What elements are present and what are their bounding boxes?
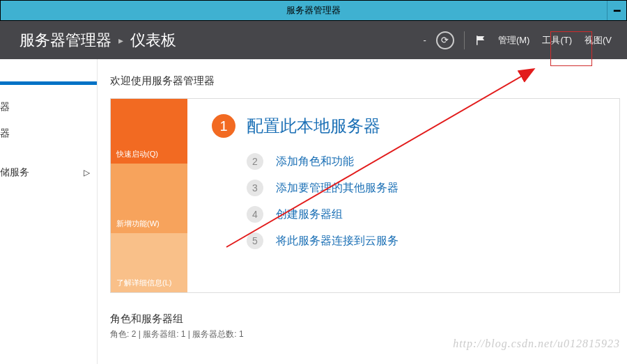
tab-quickstart[interactable]: 快速启动(Q) xyxy=(111,99,187,164)
step-label: 将此服务器连接到云服务 xyxy=(276,234,398,248)
refresh-button[interactable]: ⟳ xyxy=(436,31,454,49)
sidebar-item[interactable]: 器 xyxy=(0,120,97,147)
tab-label: 新增功能(W) xyxy=(116,219,160,229)
chevron-right-icon: ▷ xyxy=(84,168,90,177)
header-controls: - ⟳ 管理(M) 工具(T) 视图(V xyxy=(424,31,613,49)
sidebar-item-label: 器 xyxy=(0,101,10,113)
section-title: 角色和服务器组 xyxy=(110,312,620,326)
dash-separator: - xyxy=(424,35,426,45)
window-titlebar: 服务器管理器 ━ xyxy=(0,0,627,21)
minimize-button[interactable]: ━ xyxy=(607,1,626,20)
menu-tools[interactable]: 工具(T) xyxy=(541,31,573,49)
step-create-group[interactable]: 4 创建服务器组 xyxy=(247,206,598,223)
menu-manage[interactable]: 管理(M) xyxy=(497,31,532,49)
tab-label: 了解详细信息(L) xyxy=(116,278,171,288)
menu-view[interactable]: 视图(V xyxy=(583,31,613,49)
tab-label: 快速启动(Q) xyxy=(116,149,158,159)
tab-whatsnew[interactable]: 新增功能(W) xyxy=(111,164,187,234)
main-content: 欢迎使用服务器管理器 快速启动(Q) 新增功能(W) 了解详细信息(L) 1 配… xyxy=(98,59,627,364)
step-number-badge: 2 xyxy=(247,153,263,170)
step-add-servers[interactable]: 3 添加要管理的其他服务器 xyxy=(247,180,598,196)
separator xyxy=(464,31,465,49)
tab-learnmore[interactable]: 了解详细信息(L) xyxy=(111,233,187,292)
window-title: 服务器管理器 xyxy=(286,4,341,17)
step-label: 添加要管理的其他服务器 xyxy=(276,181,398,196)
step-label: 添加角色和功能 xyxy=(276,155,354,169)
step-label: 配置此本地服务器 xyxy=(247,115,380,137)
sidebar-item-storage[interactable]: 储服务 ▷ xyxy=(0,159,97,186)
app-header: 服务器管理器 ▸ 仪表板 - ⟳ 管理(M) 工具(T) 视图(V xyxy=(0,21,627,59)
step-connect-cloud[interactable]: 5 将此服务器连接到云服务 xyxy=(247,232,598,249)
breadcrumb: 服务器管理器 ▸ 仪表板 xyxy=(20,30,176,51)
breadcrumb-current: 仪表板 xyxy=(130,30,176,51)
step-number-badge: 4 xyxy=(247,206,263,223)
flag-icon xyxy=(474,34,487,47)
step-number-badge: 5 xyxy=(247,232,263,249)
welcome-heading: 欢迎使用服务器管理器 xyxy=(110,74,620,88)
section-subtitle: 角色: 2 | 服务器组: 1 | 服务器总数: 1 xyxy=(110,329,620,340)
notifications-button[interactable] xyxy=(474,34,487,47)
quickstart-tile: 快速启动(Q) 新增功能(W) 了解详细信息(L) 1 配置此本地服务器 2 添… xyxy=(110,98,620,293)
step-add-roles[interactable]: 2 添加角色和功能 xyxy=(247,153,598,170)
sidebar: 器 器 储服务 ▷ xyxy=(0,59,98,364)
breadcrumb-root[interactable]: 服务器管理器 xyxy=(20,30,111,51)
roles-groups-section: 角色和服务器组 角色: 2 | 服务器组: 1 | 服务器总数: 1 xyxy=(110,312,620,340)
quickstart-steps: 1 配置此本地服务器 2 添加角色和功能 3 添加要管理的其他服务器 4 创建服… xyxy=(187,99,619,292)
sidebar-item-label: 储服务 xyxy=(0,166,29,179)
chevron-right-icon: ▸ xyxy=(118,35,123,46)
step-number-badge: 3 xyxy=(247,180,263,196)
sidebar-selection-bar xyxy=(0,81,97,85)
quickstart-left-tabs: 快速启动(Q) 新增功能(W) 了解详细信息(L) xyxy=(111,99,187,292)
step-label: 创建服务器组 xyxy=(276,207,343,222)
step-configure-local[interactable]: 1 配置此本地服务器 xyxy=(212,114,598,138)
step-number-badge: 1 xyxy=(212,114,235,138)
window-controls: ━ xyxy=(607,1,626,20)
sidebar-item[interactable]: 器 xyxy=(0,94,97,120)
refresh-icon: ⟳ xyxy=(436,31,454,49)
sidebar-item-label: 器 xyxy=(0,127,10,140)
